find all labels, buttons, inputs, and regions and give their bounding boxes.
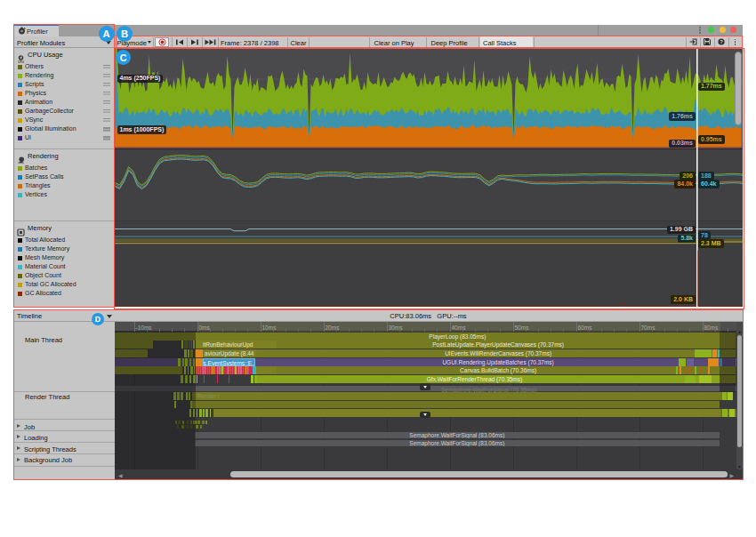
drag-handle-icon[interactable] [103,127,111,128]
timeline-sample-bar[interactable]: aviourUpdate (8.44 [203,349,257,357]
thread-collapse-icon[interactable] [17,435,20,438]
timeline-sample-bar[interactable] [196,425,198,429]
timeline-tracks[interactable]: PlayerLoop (83.05ms)PostLateUpdate.Playe… [115,322,736,469]
save-profile-icon[interactable] [704,38,711,45]
timeline-sample-bar[interactable] [729,409,735,417]
timeline-sample-bar[interactable] [712,375,718,383]
drag-handle-icon[interactable] [103,100,111,101]
timeline-sample-bar[interactable]: PlayerLoop (83.05ms) [196,333,720,341]
timeline-sample-bar[interactable] [256,349,277,357]
window-dot-icon[interactable] [708,27,714,33]
timeline-expand-marker[interactable] [420,412,430,419]
thread-label[interactable]: Scripting Threads [24,445,76,453]
timeline-sample-bar[interactable] [695,366,696,374]
timeline-sample-bar[interactable]: Semaphore.WaitForSignal (83.06ms) [195,432,720,438]
help-icon[interactable]: ? [718,38,725,45]
timeline-sample-bar[interactable]: PostLateUpdate.PlayerUpdateCanvases (70.… [277,341,720,349]
timeline-sample-bar[interactable] [676,366,678,374]
timeline-sample-bar[interactable]: UIEvents.WillRenderCanvases (70.37ms) [277,349,720,357]
timeline-sample-bar[interactable] [695,349,712,357]
timeline-sample-bar[interactable] [708,366,710,374]
window-menu-icon[interactable] [699,27,701,34]
thread-collapse-icon[interactable] [17,424,20,428]
drag-handle-icon[interactable] [103,83,111,84]
timeline-sample-bar[interactable] [237,366,237,374]
timeline-sample-bar[interactable] [687,358,694,366]
timeline-view-dropdown[interactable]: Timeline [17,312,42,320]
timeline-sample-bar[interactable] [722,409,728,417]
charts-canvas[interactable] [115,48,743,308]
thread-collapse-icon[interactable] [17,446,20,450]
thread-label[interactable]: Render Thread [25,393,69,401]
timeline-sample-bar[interactable] [196,392,734,400]
window-dot-icon[interactable] [730,27,736,33]
timeline-sample-bar[interactable] [203,409,205,417]
next-frame-button[interactable] [190,39,199,45]
timeline-sample-bar[interactable] [197,375,197,383]
timeline-scroll-right-icon[interactable]: ▶ [730,472,735,478]
thread-collapse-icon[interactable] [17,458,20,461]
timeline-scroll-left-icon[interactable]: ◀ [118,472,123,478]
timeline-sample-bar[interactable] [688,366,691,374]
timeline-sample-bar[interactable] [253,366,256,374]
timeline-sample-bar[interactable] [247,366,248,374]
timeline-sample-bar[interactable] [219,366,221,374]
playmode-dropdown[interactable]: Playmode [117,39,147,47]
timeline-sample-bar[interactable] [200,425,202,429]
timeline-sample-bar[interactable] [217,366,218,374]
timeline-sample-bar[interactable] [685,366,687,374]
timeline-sample-bar[interactable] [204,375,205,383]
timeline-sample-bar[interactable] [213,409,720,417]
thread-label[interactable]: Loading [24,434,48,442]
drag-handle-icon[interactable] [103,109,111,110]
timeline-expand-marker[interactable] [420,383,430,390]
timeline-scroll-up-icon[interactable]: ▲ [737,329,742,334]
thread-label[interactable]: Background Job [24,456,72,464]
timeline-sample-bar[interactable] [196,401,720,409]
timeline-hscrollbar[interactable] [230,471,728,477]
drag-handle-icon[interactable] [103,136,111,137]
timeline-sample-bar[interactable] [196,358,203,366]
timeline-sample-bar[interactable] [728,392,733,400]
timeline-sample-bar[interactable]: Gfx.WaitForRenderThread (70.35ms) [257,375,692,383]
timeline-sample-bar[interactable] [217,375,219,383]
thread-label[interactable]: Main Thread [25,336,62,344]
timeline-sample-bar[interactable] [680,366,681,374]
deep-profile-button[interactable]: Deep Profile [431,39,468,47]
clear-button[interactable]: Clear [291,39,307,47]
timeline-sample-bar[interactable] [679,358,686,366]
timeline-sample-bar[interactable] [205,409,208,417]
timeline-sample-bar[interactable] [201,366,202,374]
timeline-sample-bar[interactable] [699,375,712,383]
drag-handle-icon[interactable] [103,74,111,75]
timeline-sample-bar[interactable] [205,421,207,425]
timeline-sample-bar[interactable]: Canvas.BuildBatch (70.36ms) [277,366,720,374]
timeline-sample-bar[interactable] [701,366,703,374]
load-profile-icon[interactable] [689,38,697,45]
timeline-sample-bar[interactable] [203,366,204,374]
timeline-sample-bar[interactable]: Semaphore.WaitForSignal (83.06ms) [195,440,720,446]
drag-handle-icon[interactable] [103,92,111,92]
timeline-sample-bar[interactable] [722,392,727,400]
timeline-sample-bar[interactable] [231,366,232,374]
timeline-sample-bar[interactable] [229,375,230,383]
timeline-sample-bar[interactable]: s.EventSystems::E… [203,358,256,366]
timeline-sample-bar[interactable] [197,366,198,374]
timeline-sample-bar[interactable]: UGUI.Rendering.UpdateBatches (70.37ms) [277,358,720,366]
timeline-sample-bar[interactable] [197,409,197,417]
charts-scrollbar[interactable] [735,52,742,125]
clear-on-play-button[interactable]: Clear on Play [374,39,414,47]
timeline-vscrollbar[interactable] [737,335,743,447]
timeline-sample-bar[interactable] [244,366,245,374]
timeline-sample-bar[interactable] [199,409,202,417]
timeline-sample-bar[interactable] [238,366,239,374]
drag-handle-icon[interactable] [103,118,111,119]
timeline-scroll-down-icon[interactable]: ▼ [737,464,742,469]
timeline-sample-bar[interactable] [196,349,203,357]
timeline-sample-bar[interactable] [712,349,717,357]
timeline-sample-bar[interactable] [202,421,205,425]
toolbar-kebab-icon[interactable] [735,39,736,45]
timeline-sample-bar[interactable] [212,366,213,374]
timeline-sample-bar[interactable] [221,366,223,374]
drag-handle-icon[interactable] [103,65,111,66]
